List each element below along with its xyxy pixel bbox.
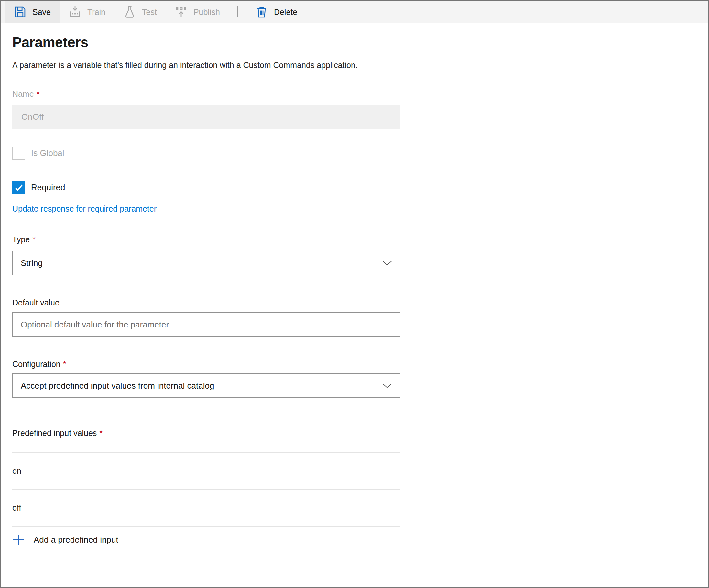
test-button-label: Test [142, 7, 157, 17]
is-global-row: Is Global [12, 147, 708, 159]
type-label: Type* [12, 235, 708, 244]
publish-button[interactable]: Publish [166, 1, 229, 23]
required-checkbox[interactable] [12, 181, 25, 194]
checkmark-icon [12, 181, 25, 194]
train-icon [68, 5, 82, 19]
custom-commands-parameters-page: Save Train Tes [0, 0, 709, 588]
chevron-down-icon [382, 383, 392, 389]
toolbar-separator [237, 6, 238, 18]
delete-button-label: Delete [274, 7, 297, 17]
configuration-dropdown[interactable]: Accept predefined input values from inte… [12, 374, 400, 398]
add-predefined-input-button[interactable]: Add a predefined input [12, 534, 119, 546]
predefined-values-list: on off [12, 452, 400, 527]
configuration-dropdown-value: Accept predefined input values from inte… [21, 381, 214, 391]
command-toolbar: Save Train Tes [1, 1, 708, 23]
delete-button[interactable]: Delete [246, 1, 306, 23]
publish-icon [174, 5, 188, 19]
chevron-down-icon [382, 260, 392, 266]
required-asterisk: * [32, 235, 35, 244]
predefined-value-text: off [12, 503, 21, 513]
default-value-label: Default value [12, 298, 708, 307]
configuration-label: Configuration* [12, 360, 708, 369]
parameter-editor-panel: Parameters A parameter is a variable tha… [1, 34, 708, 546]
predefined-value-row[interactable]: on [12, 453, 400, 490]
name-label: Name* [12, 89, 708, 99]
required-row: Required [12, 181, 708, 194]
add-predefined-input-label: Add a predefined input [34, 535, 119, 545]
train-button-label: Train [87, 7, 105, 17]
save-button-label: Save [32, 7, 51, 17]
type-dropdown-value: String [21, 258, 43, 268]
delete-icon [255, 5, 268, 19]
plus-icon [12, 534, 25, 546]
name-input [12, 104, 400, 129]
save-button[interactable]: Save [4, 1, 59, 23]
predefined-value-row[interactable]: off [12, 490, 400, 527]
predefined-values-label: Predefined input values* [12, 429, 708, 438]
default-value-input[interactable] [12, 312, 400, 337]
page-title: Parameters [12, 34, 708, 50]
is-global-label: Is Global [31, 148, 64, 158]
type-dropdown[interactable]: String [12, 251, 400, 275]
test-icon [123, 5, 136, 19]
required-asterisk: * [63, 360, 66, 368]
update-response-link[interactable]: Update response for required parameter [12, 204, 157, 213]
page-description: A parameter is a variable that's filled … [12, 60, 708, 70]
is-global-checkbox [12, 147, 25, 159]
required-asterisk: * [36, 89, 40, 98]
publish-button-label: Publish [193, 7, 220, 17]
test-button[interactable]: Test [114, 1, 166, 23]
required-label: Required [31, 182, 65, 193]
train-button[interactable]: Train [59, 1, 114, 23]
predefined-value-text: on [12, 466, 21, 476]
required-asterisk: * [99, 429, 103, 437]
save-icon [13, 5, 27, 19]
